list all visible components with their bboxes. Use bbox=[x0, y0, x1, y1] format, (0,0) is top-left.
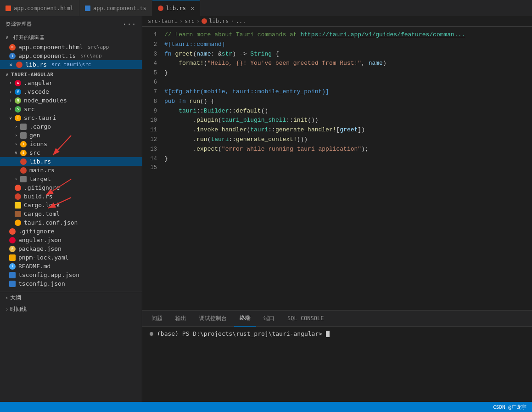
panel-tab-terminal[interactable]: 终端 bbox=[234, 310, 256, 327]
sidebar-item-timeline[interactable]: › 时间线 bbox=[0, 304, 142, 315]
panel-tab-sql-console[interactable]: SQL CONSOLE bbox=[282, 310, 329, 327]
sidebar-item-build-rs[interactable]: build.rs bbox=[0, 192, 142, 201]
node-modules-label: node_modules bbox=[24, 97, 67, 104]
code-line-4: 4 format!("Hello, {}! You've been greete… bbox=[142, 59, 532, 68]
cargo-label: .cargo bbox=[29, 123, 51, 130]
sidebar-item-gitignore2[interactable]: .gitignore bbox=[0, 183, 142, 192]
sidebar-item-package-json[interactable]: P package.json bbox=[0, 244, 142, 253]
readme-label: README.md bbox=[18, 263, 50, 270]
sidebar-item-cargo-toml[interactable]: Cargo.toml bbox=[0, 209, 142, 218]
angular-folder-icon: A bbox=[15, 80, 21, 86]
editor-area: src-tauri › src › lib.rs › ... 1 // Lear… bbox=[142, 16, 532, 402]
sidebar-item-node-modules[interactable]: › N node_modules bbox=[0, 96, 142, 105]
gen-folder-icon bbox=[20, 132, 27, 139]
open-editor-ts-path: src\app bbox=[80, 53, 101, 59]
sidebar-item-icons[interactable]: › I icons bbox=[0, 140, 142, 148]
sidebar-item-cargo[interactable]: › .cargo bbox=[0, 122, 142, 131]
panel-tab-ports[interactable]: 端口 bbox=[258, 310, 280, 327]
open-editor-html[interactable]: H app.component.html src\app bbox=[0, 43, 142, 51]
open-editor-rs-label: lib.rs bbox=[25, 61, 47, 68]
breadcrumb-src: src bbox=[185, 18, 195, 24]
open-editors-label: ∨ 打开的编辑器 bbox=[0, 32, 142, 43]
chevron-right-icon: › bbox=[6, 295, 8, 300]
sidebar-item-lib-rs[interactable]: lib.rs bbox=[0, 157, 142, 166]
cargo-folder-icon bbox=[20, 124, 27, 130]
sql-console-label: SQL CONSOLE bbox=[287, 315, 324, 322]
sidebar-item-target[interactable]: › target bbox=[0, 175, 142, 183]
sidebar-item-angular[interactable]: › A .angular bbox=[0, 79, 142, 87]
tsconfig-app-label: tsconfig.app.json bbox=[18, 271, 79, 278]
terminal-line-1: (base) PS D:\projects\rust_proj\tauri-an… bbox=[150, 330, 525, 337]
main-content: 资源管理器 ··· ∨ 打开的编辑器 H app.component.html … bbox=[0, 16, 532, 402]
tab-app-component-ts[interactable]: app.component.ts bbox=[79, 0, 152, 16]
pnpm-lock-icon bbox=[9, 254, 16, 261]
sidebar-item-gitignore1[interactable]: .gitignore bbox=[0, 227, 142, 236]
code-line-7: 7 #[cfg_attr(mobile, tauri::mobile_entry… bbox=[142, 87, 532, 97]
open-editor-html-label: app.component.html bbox=[18, 44, 83, 51]
breadcrumb: src-tauri › src › lib.rs › ... bbox=[142, 16, 532, 27]
code-line-9: 9 tauri::Builder::default() bbox=[142, 107, 532, 116]
tauri-conf-icon bbox=[15, 220, 21, 226]
gitignore2-icon bbox=[15, 185, 21, 191]
chevron-right-icon: › bbox=[15, 141, 17, 147]
panel-tab-problems[interactable]: 问题 bbox=[146, 310, 168, 327]
open-editor-ts-label: app.component.ts bbox=[18, 52, 76, 59]
build-rs-label: build.rs bbox=[24, 193, 53, 200]
close-icon[interactable]: × bbox=[190, 5, 194, 12]
breadcrumb-lib-rs: lib.rs bbox=[209, 18, 229, 24]
tab-lib-rs[interactable]: lib.rs × bbox=[152, 0, 201, 16]
src2-folder-icon: S bbox=[20, 150, 27, 156]
code-line-12: 12 .run(tauri::generate_context!()) bbox=[142, 135, 532, 145]
chevron-down-icon: ∨ bbox=[6, 72, 8, 77]
terminal-dot-icon bbox=[150, 332, 153, 336]
sidebar-item-src-tauri[interactable]: ∨ T src-tauri bbox=[0, 113, 142, 122]
cargo-toml-icon bbox=[15, 211, 21, 217]
readme-icon: i bbox=[9, 263, 16, 270]
code-line-3: 3 fn greet(name: &str) -> String { bbox=[142, 50, 532, 59]
build-rs-icon bbox=[15, 193, 21, 200]
breadcrumb-rs-icon bbox=[202, 18, 207, 24]
open-editor-html-path: src\app bbox=[88, 44, 109, 50]
sidebar-item-vscode[interactable]: › V .vscode bbox=[0, 87, 142, 96]
node-folder-icon: N bbox=[15, 97, 21, 104]
sidebar-item-pnpm-lock[interactable]: pnpm-lock.yaml bbox=[0, 253, 142, 262]
panel-tab-output[interactable]: 输出 bbox=[170, 310, 192, 327]
src2-label: src bbox=[29, 149, 40, 156]
cargo-lock-icon bbox=[15, 202, 21, 209]
problems-label: 问题 bbox=[151, 315, 162, 322]
sidebar-item-readme[interactable]: i README.md bbox=[0, 262, 142, 271]
sidebar-item-tsconfig-app[interactable]: tsconfig.app.json bbox=[0, 271, 142, 279]
sidebar-item-tsconfig[interactable]: tsconfig.json bbox=[0, 279, 142, 288]
sidebar-item-angular-json[interactable]: angular.json bbox=[0, 236, 142, 244]
open-editor-rs[interactable]: × lib.rs src-tauri\src bbox=[0, 60, 142, 69]
cargo-toml-label: Cargo.toml bbox=[24, 210, 60, 217]
sidebar-item-tauri-conf[interactable]: tauri.conf.json bbox=[0, 218, 142, 227]
target-folder-icon bbox=[20, 176, 27, 182]
open-editor-rs-path: src-tauri\src bbox=[51, 62, 91, 68]
tab-app-component-html[interactable]: app.component.html bbox=[0, 0, 79, 16]
package-json-icon: P bbox=[9, 246, 16, 252]
tab-bar: app.component.html app.component.ts lib.… bbox=[0, 0, 532, 16]
open-editor-ts[interactable]: T app.component.ts src\app bbox=[0, 51, 142, 60]
code-line-2: 2 #[tauri::command] bbox=[142, 40, 532, 50]
sidebar-scroll[interactable]: ∨ 打开的编辑器 H app.component.html src\app T … bbox=[0, 32, 142, 402]
sidebar-item-gen[interactable]: › gen bbox=[0, 131, 142, 140]
status-text: CSDN @广龙宇 bbox=[493, 404, 526, 411]
panel-tab-debug-console[interactable]: 调试控制台 bbox=[194, 310, 232, 327]
sidebar-item-cargo-lock[interactable]: Cargo.lock bbox=[0, 201, 142, 209]
panel-tabs: 问题 输出 调试控制台 终端 端口 SQL CONSOLE bbox=[142, 310, 532, 327]
terminal-content[interactable]: (base) PS D:\projects\rust_proj\tauri-an… bbox=[142, 327, 532, 402]
code-line-10: 10 .plugin(tauri_plugin_shell::init()) bbox=[142, 116, 532, 125]
code-line-8: 8 pub fn run() { bbox=[142, 97, 532, 107]
ports-label: 端口 bbox=[263, 315, 274, 322]
code-editor[interactable]: 1 // Learn more about Tauri commands at … bbox=[142, 27, 532, 310]
sidebar-item-src2[interactable]: ∨ S src bbox=[0, 148, 142, 157]
sidebar-item-main-rs[interactable]: main.rs bbox=[0, 166, 142, 175]
sidebar-item-src[interactable]: › S src bbox=[0, 105, 142, 113]
sidebar-more-icon[interactable]: ··· bbox=[123, 20, 136, 28]
close-icon[interactable]: × bbox=[9, 62, 12, 68]
project-root[interactable]: ∨ TAURI-ANGULAR bbox=[0, 71, 142, 79]
package-json-label: package.json bbox=[18, 245, 62, 252]
html-file-icon: H bbox=[9, 44, 16, 51]
sidebar-item-outline[interactable]: › 大纲 bbox=[0, 292, 142, 304]
